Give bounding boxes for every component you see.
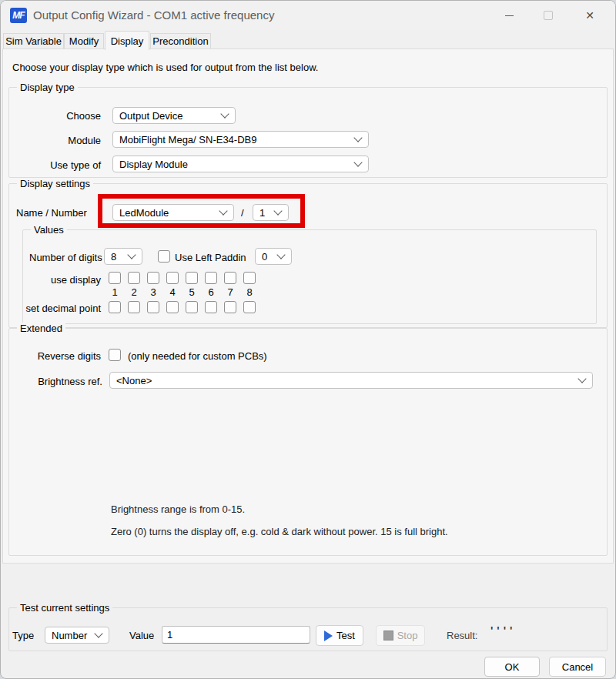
chevron-down-icon bbox=[353, 158, 362, 166]
decimal-point-checkbox-4[interactable] bbox=[166, 301, 179, 313]
use-left-padding-label: Use Left Paddin bbox=[175, 252, 246, 263]
use-type-select-value: Display Module bbox=[119, 159, 188, 170]
decimal-point-checkbox-2[interactable] bbox=[128, 301, 140, 313]
reverse-digits-checkbox[interactable] bbox=[109, 349, 121, 361]
decimal-point-checkbox-3[interactable] bbox=[147, 301, 159, 313]
name-number-label: Name / Number bbox=[16, 207, 87, 219]
choose-select[interactable]: Output Device bbox=[112, 107, 236, 124]
digit-number-label: 2 bbox=[128, 286, 140, 298]
chevron-down-icon bbox=[276, 250, 285, 259]
decimal-point-checkbox-5[interactable] bbox=[186, 301, 198, 313]
chevron-down-icon bbox=[127, 250, 136, 259]
annotation-highlight bbox=[98, 194, 305, 228]
value-label: Value bbox=[129, 630, 154, 641]
digit-number-label: 1 bbox=[109, 286, 121, 298]
tab-display[interactable]: Display bbox=[105, 31, 149, 50]
result-label: Result: bbox=[447, 630, 477, 641]
decimal-point-checkbox-1[interactable] bbox=[109, 301, 121, 313]
number-of-digits-label: Number of digits bbox=[29, 252, 102, 263]
module-select-value: MobiFlight Mega/ SN-E34-DB9 bbox=[119, 134, 256, 146]
choose-label: Choose bbox=[24, 110, 101, 122]
extended-group: Extended bbox=[8, 328, 608, 556]
maximize-button[interactable] bbox=[529, 1, 567, 30]
title-bar[interactable]: MF Output Config Wizard - COM1 active fr… bbox=[1, 1, 615, 30]
close-icon: ✕ bbox=[585, 9, 594, 22]
set-decimal-point-label: set decimal point bbox=[16, 303, 101, 314]
test-button-label: Test bbox=[336, 630, 355, 641]
mobiflight-logo-icon: MF bbox=[10, 8, 27, 23]
output-config-wizard-window: MF Output Config Wizard - COM1 active fr… bbox=[0, 0, 616, 679]
module-select[interactable]: MobiFlight Mega/ SN-E34-DB9 bbox=[112, 131, 369, 148]
decimal-point-checkbox-7[interactable] bbox=[224, 301, 236, 313]
chevron-down-icon bbox=[94, 629, 102, 637]
chevron-down-icon bbox=[353, 133, 362, 142]
minimize-button[interactable] bbox=[490, 1, 528, 30]
use-display-checkbox-5[interactable] bbox=[186, 272, 198, 284]
digit-number-label: 4 bbox=[166, 286, 179, 298]
test-type-select[interactable]: Number bbox=[45, 627, 109, 644]
test-button[interactable]: Test bbox=[316, 625, 363, 646]
digit-number-label: 3 bbox=[147, 286, 159, 298]
brightness-ref-value: <None> bbox=[116, 375, 152, 386]
use-display-checkbox-4[interactable] bbox=[166, 272, 179, 284]
number-of-digits-select[interactable]: 8 bbox=[104, 248, 142, 265]
play-icon bbox=[324, 630, 333, 641]
tab-precondition[interactable]: Precondition bbox=[150, 33, 211, 49]
digit-number-label: 7 bbox=[224, 286, 236, 298]
close-button[interactable]: ✕ bbox=[568, 1, 611, 30]
brightness-note-2: Zero (0) turns the display off, e.g. col… bbox=[111, 526, 448, 537]
use-display-checkbox-6[interactable] bbox=[205, 272, 217, 284]
test-value-input[interactable] bbox=[162, 626, 310, 644]
brightness-ref-label: Brightness ref. bbox=[25, 376, 102, 387]
reverse-digits-hint: (only needed for custom PCBs) bbox=[128, 350, 267, 362]
use-type-label: Use type of bbox=[24, 159, 101, 171]
digit-number-label: 6 bbox=[205, 286, 217, 298]
chevron-down-icon bbox=[220, 109, 229, 118]
use-display-label: use display bbox=[24, 274, 101, 286]
minimize-icon bbox=[505, 15, 514, 16]
module-label: Module bbox=[24, 135, 101, 146]
ok-button-label: OK bbox=[505, 661, 520, 673]
extended-legend: Extended bbox=[17, 323, 65, 334]
test-settings-legend: Test current settings bbox=[17, 602, 112, 614]
tab-modify[interactable]: Modify bbox=[64, 33, 104, 49]
decimal-point-checkbox-8[interactable] bbox=[243, 301, 256, 313]
use-type-select[interactable]: Display Module bbox=[112, 156, 369, 172]
cancel-button[interactable]: Cancel bbox=[549, 657, 606, 677]
use-left-padding-checkbox[interactable] bbox=[158, 250, 170, 263]
use-display-checkbox-7[interactable] bbox=[224, 272, 236, 284]
window-title: Output Config Wizard - COM1 active frequ… bbox=[33, 8, 274, 22]
test-type-value: Number bbox=[52, 630, 87, 641]
digit-number-label: 8 bbox=[243, 286, 256, 298]
display-type-legend: Display type bbox=[17, 82, 78, 93]
display-settings-legend: Display settings bbox=[17, 178, 93, 189]
ok-button[interactable]: OK bbox=[484, 657, 540, 677]
reverse-digits-label: Reverse digits bbox=[24, 350, 101, 362]
digit-number-label: 5 bbox=[186, 286, 198, 298]
stop-button-label: Stop bbox=[397, 630, 418, 641]
cancel-button-label: Cancel bbox=[562, 661, 593, 673]
number-of-digits-value: 8 bbox=[111, 251, 116, 263]
use-display-checkbox-1[interactable] bbox=[109, 272, 121, 284]
padding-chars-select[interactable]: 0 bbox=[255, 248, 292, 265]
tab-sim-variable[interactable]: Sim Variable bbox=[3, 33, 64, 49]
chevron-down-icon bbox=[578, 374, 586, 383]
use-display-checkbox-8[interactable] bbox=[243, 272, 256, 284]
use-display-checkbox-3[interactable] bbox=[147, 272, 159, 284]
type-label: Type bbox=[12, 630, 34, 641]
result-value: '''' bbox=[490, 624, 516, 637]
brightness-note-1: Brightness range is from 0-15. bbox=[111, 503, 245, 515]
decimal-point-checkbox-6[interactable] bbox=[205, 301, 217, 313]
use-display-checkbox-2[interactable] bbox=[128, 272, 140, 284]
choose-select-value: Output Device bbox=[119, 110, 182, 122]
brightness-ref-select[interactable]: <None> bbox=[109, 372, 593, 389]
stop-icon bbox=[383, 630, 393, 641]
page-description: Choose your display type which is used f… bbox=[12, 62, 318, 73]
padding-chars-value: 0 bbox=[262, 251, 267, 263]
maximize-icon bbox=[544, 11, 553, 20]
values-legend: Values bbox=[31, 224, 67, 236]
stop-button[interactable]: Stop bbox=[376, 625, 425, 646]
